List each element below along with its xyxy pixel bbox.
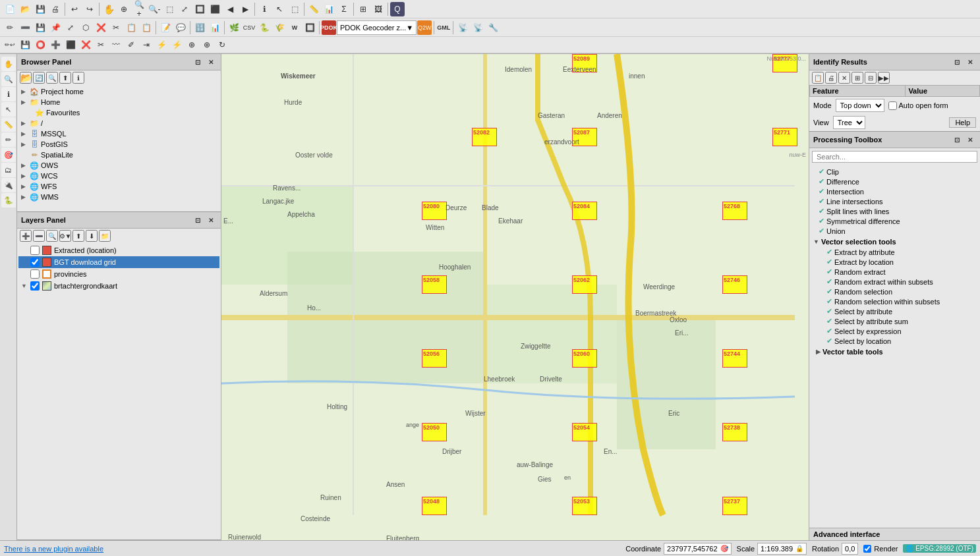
- pan-tool[interactable]: ✋: [1, 57, 16, 71]
- move-feature-btn[interactable]: ⤢: [63, 20, 78, 35]
- map-cell-52080[interactable]: 52080: [422, 202, 447, 220]
- add-part-btn[interactable]: ➕: [48, 38, 63, 52]
- processing-panel-close[interactable]: ✕: [964, 134, 976, 146]
- layer-provincies-checkbox[interactable]: [30, 269, 40, 279]
- processing-search-input[interactable]: [812, 151, 977, 163]
- new-plugin-link[interactable]: There is a new plugin available: [4, 545, 103, 553]
- proc-random-extract[interactable]: ✔ Random extract: [824, 267, 976, 277]
- select-tool[interactable]: ↖: [1, 102, 16, 117]
- proc-select-attr[interactable]: ✔ Select by attribute: [824, 306, 976, 316]
- browser-collapse-btn[interactable]: ⬆: [59, 72, 71, 84]
- python-tool[interactable]: 🐍: [1, 193, 16, 208]
- browser-item-root[interactable]: ▶ 📁 /: [18, 118, 219, 128]
- proc-clip[interactable]: ✔ Clip: [811, 167, 979, 177]
- browser-item-favourites[interactable]: ⭐ Favourites: [18, 107, 219, 118]
- del-part-btn[interactable]: ✂: [94, 38, 108, 52]
- zoom-next-btn[interactable]: ▶: [238, 2, 252, 16]
- browser-item-ows[interactable]: ▶ 🌐 OWS: [18, 160, 219, 171]
- browser-item-wcs[interactable]: ▶ 🌐 WCS: [18, 171, 219, 181]
- map-cell-52768[interactable]: 52768: [722, 202, 747, 220]
- measure-btn[interactable]: 📏: [306, 2, 321, 16]
- proc-difference[interactable]: ✔ Difference: [811, 177, 979, 186]
- identify-panel-float[interactable]: ⊡: [951, 56, 963, 68]
- layer-provincies[interactable]: provincies: [18, 268, 219, 280]
- new-project-btn[interactable]: 📄: [3, 2, 17, 16]
- proc-intersection[interactable]: ✔ Intersection: [811, 186, 979, 196]
- node-tool-btn[interactable]: ⬡: [78, 20, 93, 35]
- proc-union[interactable]: ✔ Union: [811, 226, 979, 236]
- browser-properties-btn[interactable]: ℹ: [72, 72, 84, 84]
- toggle-edit-btn[interactable]: ✏↩: [3, 38, 17, 52]
- deselect-btn[interactable]: ⬚: [287, 2, 302, 16]
- label-btn[interactable]: 📝: [158, 20, 173, 35]
- layer-down-btn[interactable]: ⬇: [86, 230, 98, 242]
- proc-select-expr[interactable]: ✔ Select by expression: [824, 326, 976, 336]
- zoom-rubber-btn[interactable]: ⬚: [162, 2, 177, 16]
- map-cell-52054[interactable]: 52054: [572, 423, 597, 441]
- map-cell-52060[interactable]: 52060: [572, 349, 597, 368]
- select-btn[interactable]: ↖: [272, 2, 287, 16]
- zoom-in-btn[interactable]: 🔍+: [132, 2, 146, 16]
- layer-bgt[interactable]: BGT download grid: [18, 256, 219, 268]
- remove-layer-btn[interactable]: ➖: [33, 230, 45, 242]
- map-cell-52053[interactable]: 52053: [572, 497, 597, 515]
- copy-features-btn[interactable]: 📋: [124, 20, 138, 35]
- pan-map-btn[interactable]: ⊕: [117, 2, 131, 16]
- add-feature-btn[interactable]: 📌: [48, 20, 63, 35]
- geocoder-dropdown[interactable]: PDOK Geocoder z... ▼: [337, 20, 417, 35]
- browser-panel-close[interactable]: ✕: [205, 56, 217, 68]
- zoom-full-btn[interactable]: ⤢: [177, 2, 192, 16]
- print-btn[interactable]: 🖨: [48, 2, 63, 16]
- pan-btn[interactable]: ✋: [101, 2, 116, 16]
- layer-brt[interactable]: ▼ brtachtergrondkaart: [18, 280, 219, 292]
- view-select[interactable]: Tree: [833, 116, 865, 129]
- cut-features-btn[interactable]: ✂: [109, 20, 123, 35]
- zoom-tool[interactable]: 🔍: [1, 72, 16, 86]
- attr-table-btn[interactable]: 📊: [208, 20, 222, 35]
- layers-panel-close[interactable]: ✕: [205, 214, 217, 226]
- pdok-btn[interactable]: PDOK: [322, 20, 336, 35]
- proc-random-selection[interactable]: ✔ Random selection: [824, 287, 976, 296]
- browser-filter-btn[interactable]: 🔍: [46, 72, 58, 84]
- map-cell-52050[interactable]: 52050: [422, 423, 447, 441]
- layer-settings-btn[interactable]: ⚙▼: [59, 230, 71, 242]
- zoom-selection-btn[interactable]: ⬛: [208, 2, 222, 16]
- layer-bgt-checkbox[interactable]: [30, 258, 40, 267]
- split-btn[interactable]: ⚡: [154, 38, 169, 52]
- tile-btn[interactable]: ⊞: [356, 2, 370, 16]
- delete-selected-btn[interactable]: ❌: [94, 20, 108, 35]
- plugin-tool[interactable]: 🔌: [1, 178, 16, 192]
- help-button[interactable]: Help: [949, 117, 976, 128]
- render-checkbox[interactable]: [863, 545, 871, 553]
- digitize-btn[interactable]: ➖: [18, 20, 32, 35]
- del-ring-btn[interactable]: ❌: [78, 38, 93, 52]
- identify-panel-close[interactable]: ✕: [964, 56, 976, 68]
- rotate-btn[interactable]: ↻: [215, 38, 229, 52]
- browser-refresh-btn[interactable]: 🔄: [33, 72, 45, 84]
- proc-random-sel-subsets[interactable]: ✔ Random selection within subsets: [824, 296, 976, 306]
- layer-tool[interactable]: 🗂: [1, 163, 16, 177]
- spatialite-btn[interactable]: 🔲: [303, 20, 317, 35]
- map-cell-52048[interactable]: 52048: [422, 497, 447, 515]
- rotation-field[interactable]: 0,0: [842, 543, 858, 555]
- qgis2web-btn[interactable]: Q2W: [417, 20, 432, 35]
- paste-features-btn[interactable]: 📋: [139, 20, 154, 35]
- field-calc-btn[interactable]: 🔢: [192, 20, 207, 35]
- measure-tool[interactable]: 📏: [1, 117, 16, 132]
- identify-copy-btn[interactable]: 📋: [812, 72, 824, 84]
- proc-select-loc[interactable]: ✔ Select by location: [824, 336, 976, 346]
- map-area[interactable]: 5208952777527815279352797528445286152082…: [221, 54, 809, 540]
- merge-attr-btn[interactable]: ⊕: [200, 38, 214, 52]
- map-cell-52737[interactable]: 52737: [722, 497, 747, 515]
- browser-item-spatialite[interactable]: ✏ SpatiaLite: [18, 150, 219, 160]
- edit-tool[interactable]: ✏: [1, 132, 16, 147]
- gps3-btn[interactable]: 🔧: [486, 20, 500, 35]
- add-ring-btn[interactable]: ⭕: [33, 38, 47, 52]
- save-layer-btn[interactable]: 💾: [18, 38, 32, 52]
- map-cell-52082[interactable]: 52082: [472, 128, 497, 146]
- w-btn[interactable]: W: [287, 20, 302, 35]
- save-project-btn[interactable]: 💾: [33, 2, 47, 16]
- browser-item-wfs[interactable]: ▶ 🌐 WFS: [18, 181, 219, 192]
- map-cell-52058[interactable]: 52058: [422, 275, 447, 294]
- composer-btn[interactable]: 🖼: [371, 2, 386, 16]
